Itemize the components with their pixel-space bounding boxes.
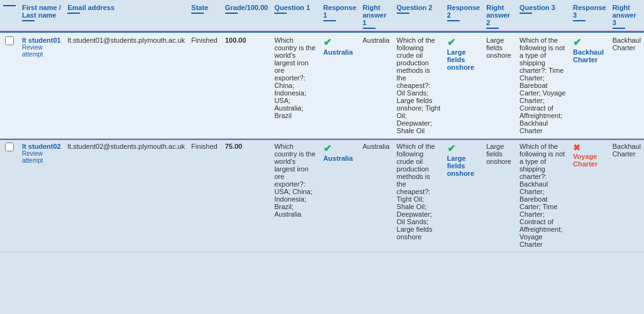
header-state: State [188,0,222,32]
header-resp2: Response 2 [444,0,484,32]
question2-text: Which of the following crude oil product… [394,32,444,139]
student-name-cell: lt student02Review attempt [19,139,64,252]
correct-icon: ✔ [447,143,455,154]
header-checkbox-col [0,0,19,32]
correct-icon: ✔ [323,143,331,154]
question3-text: Which of the following is not a type of … [516,32,570,139]
review-link[interactable]: Review attempt [22,150,61,164]
right-answer3: Backhaul Charter [609,139,644,252]
student-email: lt.student01@students.plymouth.ac.uk [64,32,188,139]
right-answer3: Backhaul Charter [609,32,644,139]
question1-text: Which country is the world's largest iro… [271,139,320,252]
response3-cell: ✖Voyage Charter [570,139,609,252]
table-row: lt student02Review attemptlt.student02@s… [0,139,644,252]
grades-table: First name / Last name Email address Sta… [0,0,644,252]
row-checkbox-cell [0,32,19,139]
student-name[interactable]: lt student02 [22,143,61,150]
question1-text: Which country is the world's largest iro… [271,32,320,139]
right-answer2: Large fields onshore [483,32,516,139]
header-q2: Question 2 [394,0,444,32]
student-state: Finished [188,139,222,252]
student-email: lt.student02@students.plymouth.ac.uk [64,139,188,252]
response1-value: Australia [323,48,353,56]
header-right1: Right answer 1 [360,0,394,32]
right-answer1: Australia [360,139,394,252]
correct-icon: ✔ [323,37,331,48]
row-checkbox-cell [0,139,19,252]
student-grade: 100.00 [222,32,272,139]
review-link[interactable]: Review attempt [22,44,61,58]
header-grade: Grade/100.00 [222,0,272,32]
response3-cell: ✔Backhaul Charter [570,32,609,139]
student-grade: 75.00 [222,139,272,252]
response2-value: Large fields onshore [447,48,474,71]
row-checkbox[interactable] [5,143,14,151]
header-right2: Right answer 2 [483,0,516,32]
student-name[interactable]: lt student01 [22,36,61,44]
response2-cell: ✔Large fields onshore [444,32,484,139]
header-right3: Right answer 3 [609,0,644,32]
student-name-cell: lt student01Review attempt [19,32,64,139]
header-resp3: Response 3 [570,0,609,32]
response2-value: Large fields onshore [447,154,474,177]
response1-cell: ✔Australia [320,32,360,139]
right-answer2: Large fields onshore [483,139,516,252]
response2-cell: ✔Large fields onshore [444,139,484,252]
wrong-icon: ✖ [573,143,580,153]
response1-cell: ✔Australia [320,139,360,252]
response1-value: Australia [323,154,353,162]
header-q3: Question 3 [516,0,570,32]
header-q1: Question 1 [271,0,320,32]
student-state: Finished [188,32,222,139]
question3-text: Which of the following is not a type of … [516,139,570,252]
response3-value: Voyage Charter [573,153,597,168]
header-email: Email address [64,0,188,32]
correct-icon: ✔ [573,37,581,48]
header-resp1: Response 1 [320,0,360,32]
question2-text: Which of the following crude oil product… [394,139,444,252]
grades-table-wrapper: First name / Last name Email address Sta… [0,0,644,252]
right-answer1: Australia [360,32,394,139]
response3-value: Backhaul Charter [573,48,604,63]
table-row: lt student01Review attemptlt.student01@s… [0,32,644,139]
correct-icon: ✔ [447,37,455,48]
row-checkbox[interactable] [5,36,14,45]
header-first-last: First name / Last name [19,0,64,32]
